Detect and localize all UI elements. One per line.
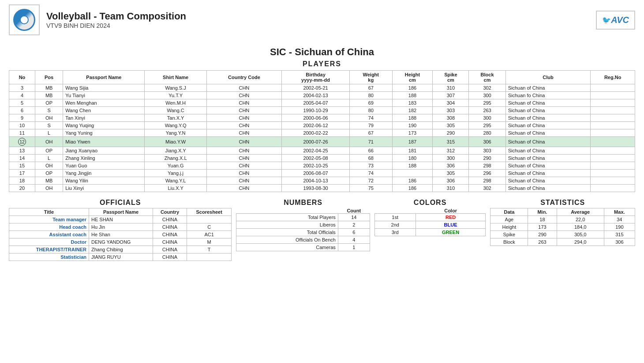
player-height: 186 bbox=[392, 177, 433, 185]
colors-section: COLORS Color 1st RED 2nd BLUE 3rd GREEN bbox=[374, 199, 486, 236]
numbers-col-label bbox=[236, 208, 338, 214]
col-header-spike: Spikecm bbox=[433, 71, 469, 84]
col-header-weight: Weightkg bbox=[350, 71, 392, 84]
avc-logo: 🐦 AVС bbox=[596, 11, 635, 30]
player-spike: 304 bbox=[433, 99, 469, 107]
player-block: 295 bbox=[469, 99, 505, 107]
player-country: CHN bbox=[206, 84, 281, 92]
player-birthday: 2002-05-21 bbox=[282, 84, 350, 92]
player-no: 11 bbox=[9, 129, 35, 137]
statistics-table: Data Min. Average Max. Age 18 22,0 34 He… bbox=[490, 208, 635, 246]
player-spike: 310 bbox=[433, 185, 469, 192]
player-height: 188 bbox=[392, 92, 433, 99]
player-birthday: 2002-05-08 bbox=[282, 155, 350, 162]
number-count: 2 bbox=[338, 221, 370, 229]
player-spike: 305 bbox=[433, 170, 469, 177]
number-count: 6 bbox=[338, 229, 370, 236]
statistics-section: STATISTICS Data Min. Average Max. Age 18… bbox=[490, 199, 635, 246]
player-block: 306 bbox=[469, 137, 505, 147]
player-country: CHN bbox=[206, 107, 281, 114]
official-title: Head coach bbox=[9, 223, 89, 231]
official-title: THERAPIST/TRAINER bbox=[9, 246, 89, 253]
official-scoresheet: M bbox=[187, 238, 232, 246]
player-birthday: 2004-10-13 bbox=[282, 177, 350, 185]
numbers-col-count: Count bbox=[338, 208, 370, 214]
player-shirt-name: Yuan.G bbox=[145, 162, 206, 170]
page-header: Volleyball - Team Composition VTV9 BINH … bbox=[9, 4, 635, 40]
player-weight: 72 bbox=[350, 177, 392, 185]
col-header-club: Club bbox=[505, 71, 591, 84]
col-header-country: Country Code bbox=[206, 71, 281, 84]
officials-col-name: Passport Name bbox=[89, 208, 153, 216]
player-weight: 80 bbox=[350, 92, 392, 99]
numbers-section: NUMBERS Count Total Players 14 Liberos 2… bbox=[236, 199, 370, 251]
stats-col-average: Average bbox=[557, 208, 604, 216]
player-pos: OH bbox=[35, 114, 63, 122]
player-birthday: 2004-02-13 bbox=[282, 92, 350, 99]
player-weight: 66 bbox=[350, 147, 392, 155]
player-weight: 80 bbox=[350, 107, 392, 114]
col-header-birthday: Birthdayyyyy-mm-dd bbox=[282, 71, 350, 84]
official-country: CHINA bbox=[153, 223, 187, 231]
player-shirt-name: Yang.Y.N bbox=[145, 129, 206, 137]
col-header-pos: Pos bbox=[35, 71, 63, 84]
player-weight: 73 bbox=[350, 162, 392, 170]
player-block: 295 bbox=[469, 122, 505, 129]
player-regno bbox=[591, 129, 635, 137]
player-club: Sichuan of China bbox=[505, 147, 591, 155]
player-shirt-name: Yang.j.j bbox=[145, 170, 206, 177]
player-height: 182 bbox=[392, 107, 433, 114]
player-weight: 67 bbox=[350, 84, 392, 92]
player-no: 15 bbox=[9, 162, 35, 170]
player-country: CHN bbox=[206, 122, 281, 129]
player-regno bbox=[591, 122, 635, 129]
col-header-block: Blockcm bbox=[469, 71, 505, 84]
player-regno bbox=[591, 137, 635, 147]
player-club: Sichuan of China bbox=[505, 185, 591, 192]
stats-col-max: Max. bbox=[604, 208, 635, 216]
player-no: 9 bbox=[9, 114, 35, 122]
official-name: He Shan bbox=[89, 231, 153, 238]
player-passport-name: Tan Xinyi bbox=[63, 114, 145, 122]
player-regno bbox=[591, 147, 635, 155]
player-block: 280 bbox=[469, 129, 505, 137]
official-name: Zhang Chibing bbox=[89, 246, 153, 253]
player-pos: OP bbox=[35, 99, 63, 107]
official-country: CHINA bbox=[153, 216, 187, 223]
player-birthday: 1990-10-29 bbox=[282, 107, 350, 114]
player-shirt-name: Wang.Y.L bbox=[145, 177, 206, 185]
player-country: CHN bbox=[206, 177, 281, 185]
player-birthday: 2000-02-22 bbox=[282, 129, 350, 137]
color-value: RED bbox=[416, 214, 486, 221]
avc-bird-icon: 🐦 bbox=[602, 16, 611, 24]
col-header-regno: Reg.No bbox=[591, 71, 635, 84]
number-count: 1 bbox=[338, 244, 370, 251]
players-section-title: PLAYERS bbox=[9, 60, 635, 68]
player-no: 3 bbox=[9, 84, 35, 92]
player-pos: OP bbox=[35, 170, 63, 177]
number-count: 14 bbox=[338, 214, 370, 221]
color-rank: 3rd bbox=[374, 229, 416, 236]
player-block: 290 bbox=[469, 155, 505, 162]
player-spike: 306 bbox=[433, 177, 469, 185]
color-rank: 1st bbox=[374, 214, 416, 221]
colors-table: Color 1st RED 2nd BLUE 3rd GREEN bbox=[374, 208, 486, 236]
officials-section: OFFICIALS Title Passport Name Country Sc… bbox=[9, 199, 232, 261]
player-birthday: 2000-07-26 bbox=[282, 137, 350, 147]
player-no: 6 bbox=[9, 107, 35, 114]
stat-min: 173 bbox=[528, 223, 557, 231]
player-club: Sichuan of China bbox=[505, 170, 591, 177]
player-birthday: 2000-06-06 bbox=[282, 114, 350, 122]
official-country: CHINA bbox=[153, 253, 187, 261]
number-label: Total Players bbox=[236, 214, 338, 221]
stat-average: 294,0 bbox=[557, 238, 604, 246]
player-height: 190 bbox=[392, 122, 433, 129]
player-regno bbox=[591, 84, 635, 92]
officials-col-scoresheet: Scoresheet bbox=[187, 208, 232, 216]
player-pos: OH bbox=[35, 162, 63, 170]
player-block: 296 bbox=[469, 170, 505, 177]
player-height: 187 bbox=[392, 137, 433, 147]
player-pos: OH bbox=[35, 137, 63, 147]
player-passport-name: Yang Jingjin bbox=[63, 170, 145, 177]
player-birthday: 1993-08-30 bbox=[282, 185, 350, 192]
